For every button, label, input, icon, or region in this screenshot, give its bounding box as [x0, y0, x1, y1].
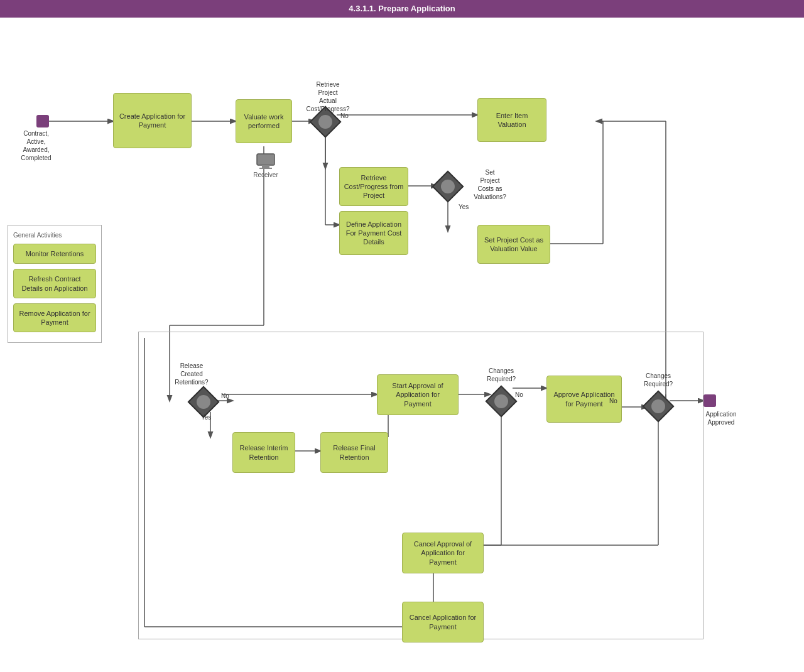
gateway-retrieve-progress-label: RetrieveProjectActualCost/Progress? — [296, 80, 359, 113]
gateway-release-yes-label: Yes — [201, 413, 211, 421]
page-title: 4.3.1.1. Prepare Application — [0, 0, 804, 18]
gateway-changes-2-no: No — [609, 397, 617, 405]
svg-rect-36 — [259, 168, 272, 169]
sidebar-refresh-contract[interactable]: Refresh Contract Details on Application — [13, 269, 96, 298]
enter-valuation-box[interactable]: Enter Item Valuation — [477, 98, 546, 142]
cancel-approval-box[interactable]: Cancel Approval of Application for Payme… — [402, 533, 484, 573]
svg-rect-34 — [257, 154, 274, 165]
canvas: Contract,Active,Awarded,Completed Create… — [0, 18, 804, 672]
gateway-set-costs-label: SetProjectCosts asValuations? — [459, 168, 521, 201]
create-application-box[interactable]: Create Application for Payment — [113, 93, 192, 148]
sidebar-title: General Activities — [13, 232, 96, 239]
sidebar-remove-application[interactable]: Remove Application for Payment — [13, 303, 96, 333]
sidebar-general-activities: General Activities Monitor Retentions Re… — [8, 225, 102, 343]
start-event — [36, 115, 49, 127]
gateway-retrieve-no-label: No — [340, 112, 349, 120]
gateway-set-costs-yes: Yes — [459, 203, 469, 211]
start-approval-box[interactable]: Start Approval of Application for Paymen… — [377, 374, 459, 415]
receiver-icon: Receiver — [247, 153, 285, 178]
gateway-changes-1-label: ChangesRequired? — [476, 367, 526, 383]
set-project-cost-box[interactable]: Set Project Cost as Valuation Value — [477, 225, 550, 264]
gateway-release-retentions-label: ReleaseCreatedRetentions? — [163, 362, 220, 386]
release-interim-box[interactable]: Release Interim Retention — [232, 432, 295, 473]
end-event — [704, 394, 716, 407]
release-final-box[interactable]: Release Final Retention — [320, 432, 388, 473]
valuate-work-box[interactable]: Valuate work performed — [236, 99, 292, 143]
gateway-release-no-label: No — [221, 392, 229, 400]
start-event-label: Contract,Active,Awarded,Completed — [13, 129, 60, 162]
sidebar-monitor-retentions[interactable]: Monitor Retentions — [13, 244, 96, 264]
gateway-changes-2-label: ChangesRequired? — [633, 372, 683, 388]
app-approved-label: ApplicationApproved — [696, 410, 746, 426]
svg-rect-35 — [262, 165, 269, 168]
gateway-changes-1-no: No — [515, 391, 523, 399]
define-app-box[interactable]: Define Application For Payment Cost Deta… — [339, 211, 408, 255]
retrieve-cost-box[interactable]: Retrieve Cost/Progress from Project — [339, 167, 408, 206]
cancel-application-box[interactable]: Cancel Application for Payment — [402, 602, 484, 642]
